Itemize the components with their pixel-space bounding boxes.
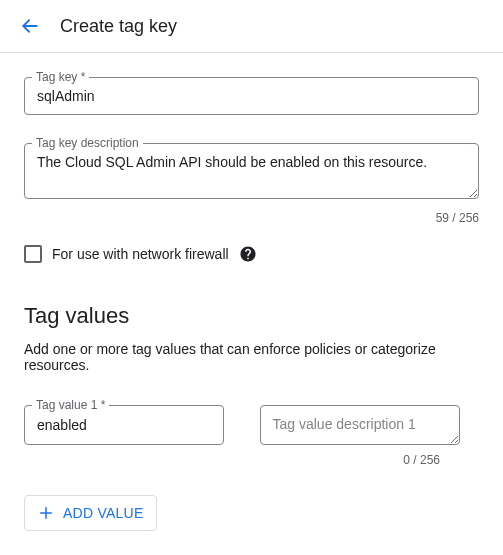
tag-key-desc-label: Tag key description bbox=[32, 136, 143, 150]
plus-icon bbox=[37, 504, 55, 522]
form-content: Tag key * Tag key description 59 / 256 F… bbox=[0, 53, 503, 555]
arrow-left-icon bbox=[20, 16, 40, 36]
help-icon[interactable] bbox=[239, 245, 257, 263]
add-value-button[interactable]: ADD VALUE bbox=[24, 495, 157, 531]
tag-values-desc: Add one or more tag values that can enfo… bbox=[24, 341, 479, 373]
tag-value-1-label: Tag value 1 * bbox=[32, 398, 109, 412]
add-value-label: ADD VALUE bbox=[63, 505, 144, 521]
tag-value-row-1: Tag value 1 * bbox=[24, 405, 479, 449]
tag-value-1-desc-char-count: 0 / 256 bbox=[24, 453, 440, 467]
back-button[interactable] bbox=[16, 12, 44, 40]
tag-value-1-field: Tag value 1 * bbox=[24, 405, 244, 449]
firewall-checkbox[interactable] bbox=[24, 245, 42, 263]
page-header: Create tag key bbox=[0, 0, 503, 53]
firewall-checkbox-row: For use with network firewall bbox=[24, 245, 479, 263]
tag-key-desc-field: Tag key description bbox=[24, 143, 479, 203]
tag-value-1-desc-input[interactable] bbox=[260, 405, 460, 445]
page-title: Create tag key bbox=[60, 16, 177, 37]
tag-key-input[interactable] bbox=[24, 77, 479, 115]
tag-key-label: Tag key * bbox=[32, 70, 89, 84]
firewall-label: For use with network firewall bbox=[52, 246, 229, 262]
tag-key-desc-char-count: 59 / 256 bbox=[24, 211, 479, 225]
tag-value-1-desc-field bbox=[260, 405, 480, 449]
tag-values-title: Tag values bbox=[24, 303, 479, 329]
tag-key-field: Tag key * bbox=[24, 77, 479, 115]
tag-key-desc-input[interactable] bbox=[24, 143, 479, 199]
